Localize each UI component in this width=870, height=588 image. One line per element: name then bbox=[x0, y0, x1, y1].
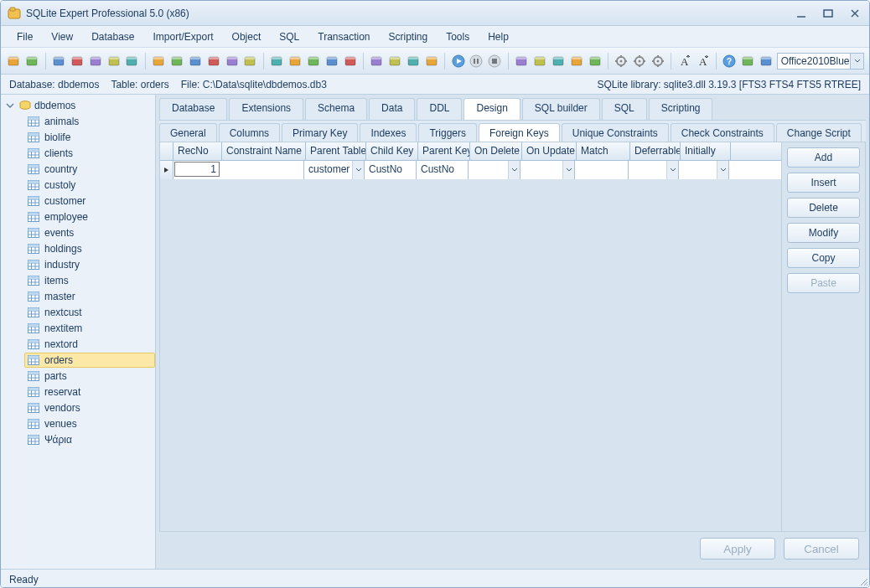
grid-header-deferrable[interactable]: Deferrable bbox=[630, 142, 681, 160]
grid-cell-child-key[interactable]: CustNo bbox=[365, 161, 417, 179]
toolbar-commit-button[interactable] bbox=[532, 52, 548, 70]
toolbar-db-remove-button[interactable] bbox=[24, 52, 40, 70]
menu-file[interactable]: File bbox=[9, 28, 40, 45]
tree-table-ψάρια[interactable]: Ψάρια bbox=[24, 432, 155, 447]
toolbar-script-list-button[interactable] bbox=[224, 52, 240, 70]
grid-cell-on-update[interactable] bbox=[520, 161, 575, 179]
tab-schema[interactable]: Schema bbox=[305, 98, 367, 120]
grid-cell-on-delete[interactable] bbox=[469, 161, 520, 179]
delete-button[interactable]: Delete bbox=[787, 198, 860, 218]
toolbar-settings-button[interactable] bbox=[614, 52, 629, 70]
menu-database[interactable]: Database bbox=[84, 28, 142, 45]
tree-table-custoly[interactable]: custoly bbox=[24, 178, 155, 193]
toolbar-opt1-button[interactable] bbox=[632, 52, 648, 70]
apply-button[interactable]: Apply bbox=[700, 538, 775, 560]
toolbar-undo-button[interactable] bbox=[568, 52, 584, 70]
grid-header-recno[interactable]: RecNo bbox=[173, 142, 222, 160]
cancel-button[interactable]: Cancel bbox=[784, 538, 859, 560]
tree-table-customer[interactable]: customer bbox=[24, 193, 155, 209]
toolbar-table-add-button[interactable] bbox=[287, 52, 303, 70]
tab-design[interactable]: Design bbox=[463, 98, 520, 120]
grid-header-constraint-name[interactable]: Constraint Name bbox=[222, 142, 306, 160]
grid-header-match[interactable]: Match bbox=[577, 142, 630, 160]
toolbar-cols-button[interactable] bbox=[369, 52, 385, 70]
toolbar-play-button[interactable] bbox=[450, 52, 466, 70]
menu-view[interactable]: View bbox=[44, 28, 80, 45]
menu-tools[interactable]: Tools bbox=[438, 28, 477, 45]
toolbar-cols-del-button[interactable] bbox=[423, 52, 439, 70]
tree-table-nextord[interactable]: nextord bbox=[24, 337, 155, 352]
tree-table-parts[interactable]: parts bbox=[24, 369, 155, 384]
copy-button[interactable]: Copy bbox=[787, 248, 860, 268]
grid-body[interactable]: 1customerCustNoCustNo bbox=[160, 161, 781, 531]
maximize-button[interactable] bbox=[821, 8, 836, 19]
theme-selector[interactable]: Office2010Blue bbox=[777, 53, 864, 70]
resize-grip-icon[interactable] bbox=[858, 576, 868, 586]
subtab-general[interactable]: General bbox=[159, 123, 217, 142]
grid-cell-initially[interactable] bbox=[679, 161, 729, 179]
tree-table-holdings[interactable]: holdings bbox=[24, 241, 155, 256]
chevron-down-icon[interactable] bbox=[717, 161, 728, 179]
toolbar-font-big-button[interactable]: A bbox=[676, 52, 692, 70]
toolbar-grid-edit-button[interactable] bbox=[324, 52, 339, 70]
modify-button[interactable]: Modify bbox=[787, 223, 860, 243]
tree-table-biolife[interactable]: biolife bbox=[24, 130, 155, 145]
tree-table-venues[interactable]: venues bbox=[24, 416, 155, 431]
tree-table-events[interactable]: events bbox=[24, 225, 155, 240]
tree-table-master[interactable]: master bbox=[24, 289, 155, 304]
toolbar-db-detach-button[interactable] bbox=[69, 52, 85, 70]
subtab-change-script[interactable]: Change Script bbox=[776, 123, 862, 142]
grid-row[interactable]: 1customerCustNoCustNo bbox=[160, 161, 781, 179]
tab-database[interactable]: Database bbox=[159, 98, 227, 120]
insert-button[interactable]: Insert bbox=[787, 173, 860, 193]
tree-root[interactable]: dbdemos bbox=[1, 98, 155, 113]
close-button[interactable] bbox=[847, 8, 862, 19]
tree-table-nextcust[interactable]: nextcust bbox=[24, 305, 155, 320]
toolbar-sql-exec-button[interactable] bbox=[106, 52, 122, 70]
menu-transaction[interactable]: Transaction bbox=[310, 28, 377, 45]
tree-table-reservat[interactable]: reservat bbox=[24, 384, 155, 400]
subtab-primary-key[interactable]: Primary Key bbox=[282, 123, 358, 142]
grid-cell-recno[interactable]: 1 bbox=[174, 162, 220, 177]
subtab-triggers[interactable]: Triggers bbox=[418, 123, 477, 142]
toolbar-script-import-button[interactable] bbox=[242, 52, 258, 70]
tree-table-industry[interactable]: industry bbox=[24, 257, 155, 272]
minimize-button[interactable] bbox=[794, 8, 809, 19]
toolbar-table-button[interactable] bbox=[269, 52, 285, 70]
grid-cell-constraint[interactable] bbox=[220, 161, 304, 179]
toolbar-refresh-button[interactable] bbox=[514, 52, 530, 70]
tree-table-nextitem[interactable]: nextitem bbox=[24, 321, 155, 336]
grid-header-child-key[interactable]: Child Key bbox=[366, 142, 418, 160]
subtab-columns[interactable]: Columns bbox=[219, 123, 280, 142]
toolbar-fx-button[interactable] bbox=[87, 52, 103, 70]
toolbar-db-open-button[interactable] bbox=[51, 52, 67, 70]
tab-ddl[interactable]: DDL bbox=[417, 98, 462, 120]
toolbar-checks-button[interactable] bbox=[759, 52, 774, 70]
menu-object[interactable]: Object bbox=[225, 28, 269, 45]
grid-header-parent-key[interactable]: Parent Key bbox=[418, 142, 470, 160]
toolbar-grid-button[interactable] bbox=[305, 52, 321, 70]
chevron-down-icon[interactable] bbox=[352, 161, 364, 179]
menu-help[interactable]: Help bbox=[480, 28, 516, 45]
toolbar-cols-edit-button[interactable] bbox=[406, 52, 422, 70]
grid-header-parent-table[interactable]: Parent Table bbox=[306, 142, 366, 160]
toolbar-opt2-button[interactable] bbox=[650, 52, 666, 70]
tab-data[interactable]: Data bbox=[369, 98, 415, 120]
chevron-down-icon[interactable] bbox=[562, 161, 574, 179]
chevron-down-icon[interactable] bbox=[508, 161, 520, 179]
tree-table-animals[interactable]: animals bbox=[24, 114, 155, 129]
tab-sql-builder[interactable]: SQL builder bbox=[522, 98, 600, 120]
toolbar-pause-button[interactable] bbox=[469, 52, 484, 70]
grid-header-on-update[interactable]: On Update bbox=[522, 142, 577, 160]
grid-header-on-delete[interactable]: On Delete bbox=[470, 142, 522, 160]
grid-cell-parent-key[interactable]: CustNo bbox=[417, 161, 469, 179]
tree-table-vendors[interactable]: vendors bbox=[24, 400, 155, 415]
toolbar-ext-button[interactable] bbox=[740, 52, 756, 70]
tree-table-items[interactable]: items bbox=[24, 273, 155, 288]
tree-table-employee[interactable]: employee bbox=[24, 209, 155, 224]
toolbar-db-add-button[interactable] bbox=[6, 52, 22, 70]
tab-sql[interactable]: SQL bbox=[602, 98, 647, 120]
tree-table-clients[interactable]: clients bbox=[24, 146, 155, 161]
grid-header-initially[interactable]: Initially bbox=[681, 142, 731, 160]
toolbar-rollback-button[interactable] bbox=[550, 52, 566, 70]
